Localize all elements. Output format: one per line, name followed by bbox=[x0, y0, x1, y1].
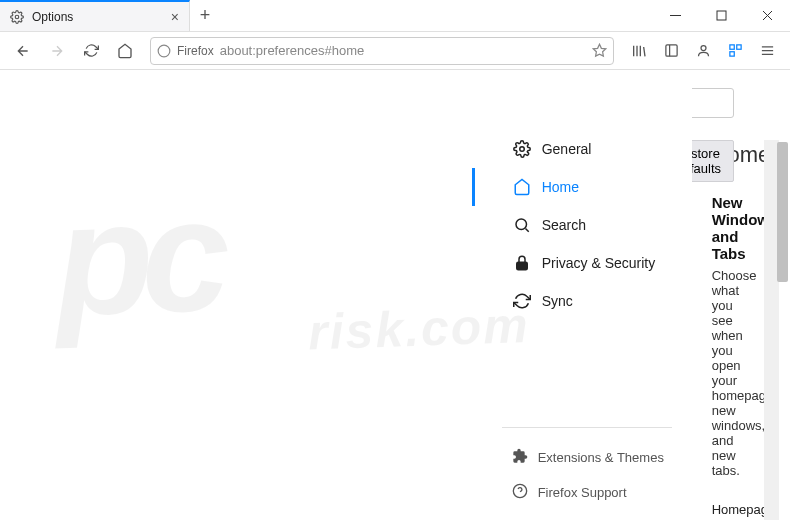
sidebar-item-search[interactable]: Search bbox=[512, 206, 692, 244]
reload-button[interactable] bbox=[76, 36, 106, 66]
tab-title: Options bbox=[32, 10, 163, 24]
sidebar-support-link[interactable]: Firefox Support bbox=[512, 475, 692, 520]
sidebar-label: Home bbox=[542, 179, 579, 195]
library-button[interactable] bbox=[624, 36, 654, 66]
svg-point-10 bbox=[516, 219, 527, 230]
preferences-content: Find in Options Home Restore Defaults Ne… bbox=[692, 70, 764, 520]
sidebar-item-general[interactable]: General bbox=[512, 130, 692, 168]
sidebar-item-home[interactable]: Home bbox=[512, 168, 692, 206]
find-in-options-input[interactable]: Find in Options bbox=[692, 88, 734, 118]
sidebar-button[interactable] bbox=[656, 36, 686, 66]
gear-icon bbox=[512, 139, 532, 159]
sidebar-footer-label: Firefox Support bbox=[538, 485, 627, 500]
sync-icon bbox=[512, 291, 532, 311]
new-tab-button[interactable]: + bbox=[190, 0, 220, 31]
svg-point-0 bbox=[15, 15, 19, 19]
puzzle-icon bbox=[512, 448, 528, 467]
svg-rect-1 bbox=[717, 11, 726, 20]
gear-icon bbox=[10, 10, 24, 24]
window-maximize-button[interactable] bbox=[698, 0, 744, 31]
navigation-toolbar: Firefox about:preferences#home bbox=[0, 32, 790, 70]
watermark: pcrisk.com bbox=[52, 152, 539, 520]
url-identity-label: Firefox bbox=[177, 44, 214, 58]
restore-defaults-button[interactable]: Restore Defaults bbox=[692, 140, 734, 182]
back-button[interactable] bbox=[8, 36, 38, 66]
svg-point-9 bbox=[519, 147, 524, 152]
sidebar-item-sync[interactable]: Sync bbox=[512, 282, 692, 320]
firefox-icon bbox=[157, 44, 171, 58]
sidebar-label: Sync bbox=[542, 293, 573, 309]
close-tab-icon[interactable]: × bbox=[171, 9, 179, 25]
section-heading: New Windows and Tabs bbox=[712, 194, 734, 262]
url-bar[interactable]: Firefox about:preferences#home bbox=[150, 37, 614, 65]
search-icon bbox=[512, 215, 532, 235]
svg-rect-11 bbox=[516, 262, 527, 270]
homepage-label: Homepage and new windows bbox=[712, 496, 764, 520]
home-icon bbox=[512, 177, 532, 197]
addons-button[interactable] bbox=[720, 36, 750, 66]
forward-button[interactable] bbox=[42, 36, 72, 66]
svg-rect-6 bbox=[729, 45, 733, 49]
lock-icon bbox=[512, 253, 532, 273]
url-text: about:preferences#home bbox=[220, 43, 586, 58]
sidebar-footer-label: Extensions & Themes bbox=[538, 450, 664, 465]
bookmark-star-icon[interactable] bbox=[592, 43, 607, 58]
window-close-button[interactable] bbox=[744, 0, 790, 31]
sidebar-label: Search bbox=[542, 217, 586, 233]
svg-point-5 bbox=[701, 46, 706, 51]
section-description: Choose what you see when you open your h… bbox=[712, 268, 734, 478]
account-button[interactable] bbox=[688, 36, 718, 66]
svg-marker-3 bbox=[593, 44, 606, 56]
sidebar-extensions-link[interactable]: Extensions & Themes bbox=[512, 440, 692, 475]
title-bar: Options × + bbox=[0, 0, 790, 32]
svg-rect-7 bbox=[736, 45, 740, 49]
home-button[interactable] bbox=[110, 36, 140, 66]
menu-button[interactable] bbox=[752, 36, 782, 66]
svg-rect-8 bbox=[729, 52, 733, 56]
preferences-sidebar: General Home Search Privacy & Security S… bbox=[472, 70, 692, 520]
sidebar-label: Privacy & Security bbox=[542, 255, 656, 271]
sidebar-label: General bbox=[542, 141, 592, 157]
question-icon bbox=[512, 483, 528, 502]
sidebar-item-privacy[interactable]: Privacy & Security bbox=[512, 244, 692, 282]
svg-rect-4 bbox=[665, 45, 676, 56]
window-minimize-button[interactable] bbox=[652, 0, 698, 31]
svg-point-2 bbox=[158, 45, 170, 57]
scrollbar-thumb[interactable] bbox=[777, 142, 788, 282]
browser-tab[interactable]: Options × bbox=[0, 0, 190, 31]
